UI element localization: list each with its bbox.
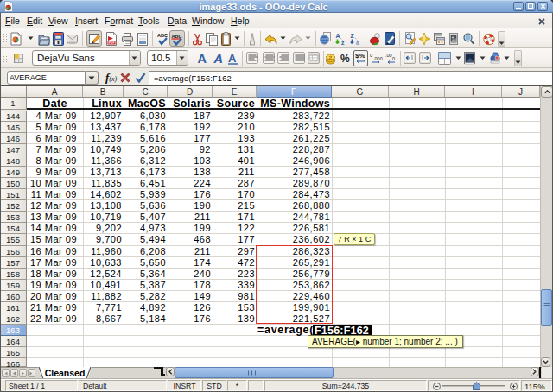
svg-text:ABC: ABC — [172, 34, 182, 39]
svg-text:.000: .000 — [373, 56, 383, 61]
svg-text:$%: $% — [355, 52, 365, 60]
svg-text:z: z — [341, 40, 345, 46]
svg-text:.00: .00 — [385, 53, 392, 58]
svg-text:0: 0 — [370, 53, 372, 58]
svg-text:a: a — [356, 40, 359, 46]
svg-text:%: % — [340, 53, 350, 64]
svg-text:A: A — [228, 52, 237, 65]
svg-text:0: 0 — [392, 56, 395, 61]
svg-text:A: A — [198, 52, 207, 65]
svg-text:PDF: PDF — [108, 41, 115, 45]
svg-text:Z: Z — [351, 33, 355, 39]
svg-text:ABC: ABC — [157, 33, 168, 38]
svg-text:A: A — [336, 33, 340, 39]
svg-text:A: A — [213, 52, 223, 65]
